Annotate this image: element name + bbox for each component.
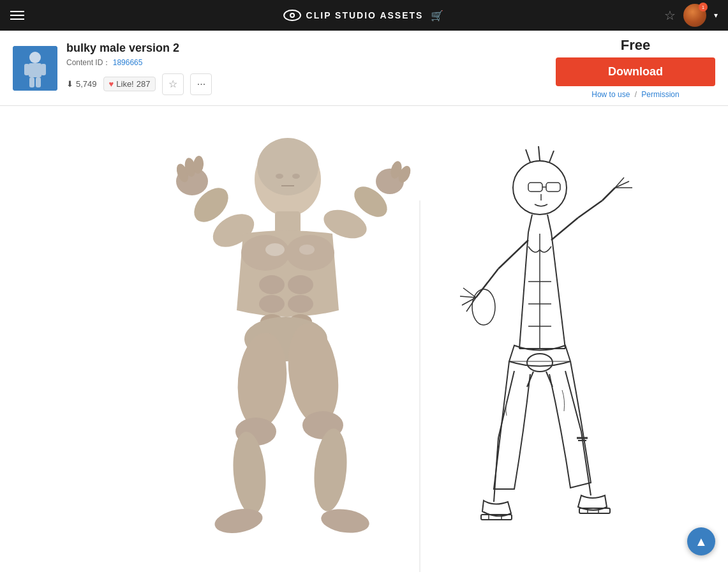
download-count-value: 5,749 xyxy=(76,79,97,89)
download-button[interactable]: Download xyxy=(556,57,715,86)
svg-point-30 xyxy=(259,275,285,294)
asset-header: bulky male version 2 Content ID： 1896665… xyxy=(0,31,728,106)
main-image-area xyxy=(0,106,728,581)
download-count: ⬇ 5,749 xyxy=(66,79,97,89)
price-label: Free xyxy=(556,37,715,54)
link-separator: / xyxy=(635,90,637,99)
svg-rect-10 xyxy=(55,106,674,581)
scroll-to-top-button[interactable]: ▲ xyxy=(687,527,715,555)
favorites-star-icon[interactable]: ☆ xyxy=(664,8,676,23)
svg-point-46 xyxy=(299,245,315,255)
svg-rect-8 xyxy=(29,77,34,87)
svg-point-32 xyxy=(259,295,285,313)
preview-image xyxy=(55,106,674,581)
permission-link[interactable]: Permission xyxy=(641,90,679,99)
svg-point-45 xyxy=(265,243,285,256)
heart-icon: ♥ xyxy=(109,79,114,89)
content-id-row: Content ID： 1896665 xyxy=(66,57,212,68)
asset-stats: ⬇ 5,749 ♥ Like! 287 ☆ ··· xyxy=(66,73,212,95)
more-options-button[interactable]: ··· xyxy=(190,73,212,95)
content-id-link[interactable]: 1896665 xyxy=(113,58,143,67)
svg-point-13 xyxy=(276,174,283,179)
asset-links: How to use / Permission xyxy=(556,90,715,99)
eye-icon xyxy=(283,10,301,21)
like-count-value: 287 xyxy=(137,79,151,89)
chevron-up-icon: ▲ xyxy=(695,534,708,549)
site-logo: CLIP STUDIO ASSETS 🛒 xyxy=(283,10,445,22)
logo-text: CLIP STUDIO ASSETS xyxy=(306,10,424,20)
svg-point-31 xyxy=(288,275,313,294)
asset-header-left: bulky male version 2 Content ID： 1896665… xyxy=(13,42,212,95)
svg-rect-7 xyxy=(41,64,46,75)
svg-point-12 xyxy=(257,138,318,195)
basket-icon: 🛒 xyxy=(431,10,445,22)
like-count[interactable]: ♥ Like! 287 xyxy=(103,77,156,91)
how-to-use-link[interactable]: How to use xyxy=(591,90,630,99)
like-label: Like! xyxy=(116,79,133,89)
top-navigation: CLIP STUDIO ASSETS 🛒 ☆ 1 ▾ xyxy=(0,0,728,31)
download-icon: ⬇ xyxy=(66,79,73,89)
svg-point-33 xyxy=(288,295,313,313)
notification-badge: 1 xyxy=(699,3,708,11)
menu-button[interactable] xyxy=(10,11,24,20)
svg-rect-16 xyxy=(275,211,301,234)
svg-rect-9 xyxy=(36,77,41,87)
asset-info: bulky male version 2 Content ID： 1896665… xyxy=(66,42,212,95)
svg-rect-6 xyxy=(24,64,29,75)
asset-thumbnail xyxy=(13,46,57,91)
asset-title: bulky male version 2 xyxy=(66,42,212,55)
content-id-label: Content ID： xyxy=(66,58,110,67)
asset-header-right: Free Download How to use / Permission xyxy=(556,37,715,99)
svg-point-4 xyxy=(29,52,41,63)
svg-point-14 xyxy=(292,174,300,179)
nav-right-controls: ☆ 1 ▾ xyxy=(664,4,718,27)
svg-point-2 xyxy=(291,14,293,17)
svg-rect-5 xyxy=(29,63,41,77)
chevron-down-icon[interactable]: ▾ xyxy=(714,11,718,20)
bookmark-button[interactable]: ☆ xyxy=(162,73,184,95)
